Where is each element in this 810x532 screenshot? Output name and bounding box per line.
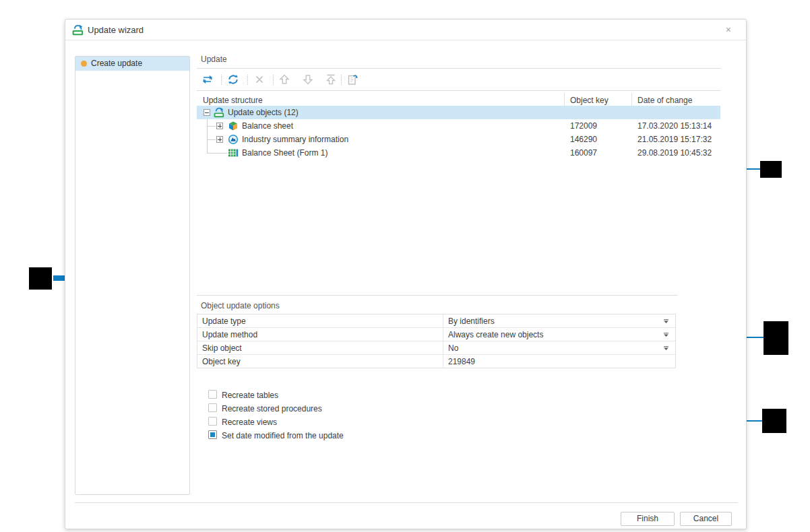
object-update-options-table: Update type By identifiers Update method… [197,314,676,368]
column-header-date-of-change[interactable]: Date of change [637,96,692,105]
option-row-object-key[interactable]: Object key 219849 [197,355,675,368]
tree-row-balance-sheet[interactable]: Balance sheet 172009 17.03.2020 15:13:14 [197,119,720,133]
step-bullet-icon [81,61,87,67]
checkbox-label: Set date modified from the update [222,431,344,440]
toolbar-separator [341,75,342,85]
checkbox-icon[interactable] [208,417,217,426]
column-divider [443,341,443,354]
annotation-box-right-2 [764,321,788,355]
toolbar-separator [273,75,274,85]
close-icon[interactable]: × [726,24,731,35]
option-value: 219849 [448,357,475,366]
object-key-value: 160097 [570,148,597,158]
option-value: Always create new objects [448,330,543,339]
expand-icon[interactable] [216,136,223,143]
move-down-icon[interactable] [301,73,315,86]
chevron-down-icon[interactable] [663,346,669,351]
divider [197,90,720,91]
collapse-icon[interactable] [204,109,210,116]
column-divider [631,93,632,106]
tree-row-balance-sheet-form1[interactable]: Balance Sheet (Form 1) 160097 29.08.2019… [197,146,720,160]
option-row-update-method[interactable]: Update method Always create new objects [197,328,675,341]
date-of-change-value: 29.08.2019 10:45:32 [637,148,712,158]
column-header-object-key[interactable]: Object key [570,96,609,105]
option-label: Skip object [202,343,242,353]
option-label: Update method [202,330,257,339]
cancel-button[interactable]: Cancel [680,512,732,526]
tree-node-label: Balance Sheet (Form 1) [242,148,328,158]
column-divider [443,355,443,368]
footer-divider [75,502,738,503]
options-section-title: Object update options [201,301,280,310]
option-value: By identifiers [448,317,495,326]
option-label: Update type [202,317,246,326]
chevron-down-icon[interactable] [663,333,669,337]
tree-node-label: Balance sheet [242,121,293,131]
object-key-value: 172009 [570,121,597,131]
sync-structure-icon[interactable] [201,73,214,86]
divider [197,295,678,296]
annotation-box-left [29,267,52,290]
annotation-box-right-1 [760,161,782,178]
tree-node-label: Industry summary information [242,135,348,144]
sidebar-item-label: Create update [91,59,142,68]
finish-button[interactable]: Finish [621,512,675,526]
divider [197,68,720,69]
update-section-title: Update [201,55,227,64]
tree-node-label: Update objects (12) [228,108,299,117]
update-wizard-dialog: Update wizard × Create update Update [65,19,747,529]
update-objects-icon [214,107,224,118]
column-divider [564,93,565,106]
option-value: No [448,343,458,353]
toolbar-separator [247,75,248,85]
titlebar: Update wizard × [65,20,746,40]
option-label: Object key [202,357,241,366]
update-wizard-icon [72,24,84,36]
toolbar-separator [221,75,222,85]
move-up-icon[interactable] [278,73,291,86]
annotation-box-right-3 [762,409,786,433]
cube-icon [228,121,239,131]
column-divider [443,328,443,341]
option-row-update-type[interactable]: Update type By identifiers [197,314,675,328]
window-title: Update wizard [88,25,144,35]
chevron-down-icon[interactable] [663,319,669,324]
checkbox-label: Recreate stored procedures [222,404,322,413]
sidebar-item-create-update[interactable]: Create update [75,57,189,71]
option-row-skip-object[interactable]: Skip object No [197,341,675,355]
column-header-update-structure[interactable]: Update structure [203,96,263,105]
open-object-icon[interactable] [346,73,359,86]
date-of-change-value: 17.03.2020 15:13:14 [637,121,712,131]
tree-row-update-objects[interactable]: Update objects (12) [197,106,720,119]
wizard-steps-sidebar: Create update [75,56,190,495]
refresh-icon[interactable] [226,73,240,86]
table-form-icon [228,147,239,158]
object-key-value: 146290 [570,135,597,144]
checkbox-label: Recreate tables [222,391,278,400]
move-to-top-icon[interactable] [324,73,338,86]
annotation-connector-left [53,275,65,281]
checkbox-icon[interactable] [208,403,217,412]
industry-chart-icon [228,134,239,145]
date-of-change-value: 21.05.2019 15:17:32 [637,135,712,144]
checkbox-checked-icon[interactable] [208,430,217,439]
expand-icon[interactable] [216,123,223,129]
page: Update wizard × Create update Update [0,0,810,532]
column-divider [443,314,443,327]
delete-icon[interactable] [253,73,266,86]
tree-row-industry-summary[interactable]: Industry summary information 146290 21.0… [197,133,720,146]
checkbox-label: Recreate views [222,418,277,427]
checkbox-icon[interactable] [208,390,217,399]
